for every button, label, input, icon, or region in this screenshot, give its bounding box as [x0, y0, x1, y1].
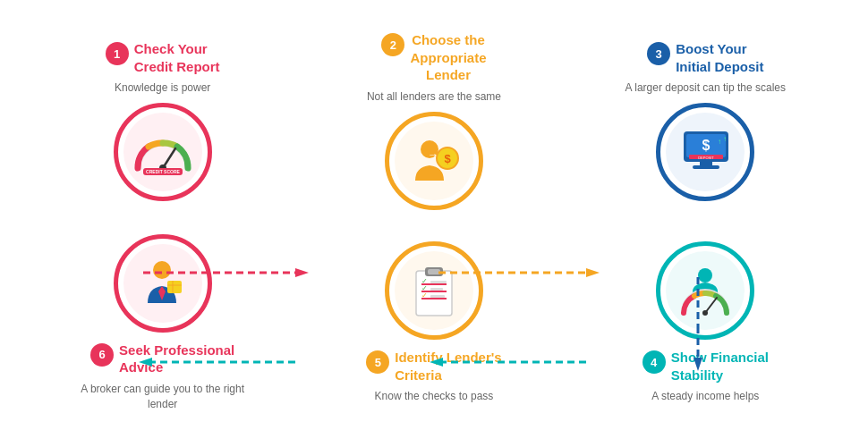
advice-icon: [133, 254, 191, 312]
step-3-block: 3 Boost YourInitial Deposit A larger dep…: [616, 40, 795, 201]
step-1-block: 1 Check YourCredit Report Knowledge is p…: [73, 40, 252, 201]
step-6-icon-bg: [123, 244, 202, 323]
bottom-row: 6 Seek ProfessionalAdvice A broker can g…: [27, 224, 841, 429]
step-6-header: 6 Seek ProfessionalAdvice: [73, 342, 252, 376]
step-5-number: 5: [366, 350, 389, 374]
svg-rect-32: [430, 288, 443, 291]
step-1-subtitle: Knowledge is power: [115, 80, 210, 96]
step-5-circle: ✓ ✓ ✓: [385, 241, 483, 340]
step-4-block: 4 Show FinancialStability A steady incom…: [616, 241, 795, 411]
step-3-icon-bg: $ DEPOSIT ↑ ↑: [666, 113, 745, 191]
svg-text:DEPOSIT: DEPOSIT: [698, 155, 714, 159]
svg-rect-19: [167, 281, 182, 293]
step-1-circle: CREDIT SCORE: [114, 103, 212, 201]
step-1-number: 1: [106, 42, 129, 65]
step-3-number: 3: [647, 42, 670, 65]
step-6-title: Seek ProfessionalAdvice: [119, 342, 234, 376]
step-2-circle: $ →: [385, 112, 483, 210]
svg-rect-33: [430, 295, 445, 298]
credit-score-icon: CREDIT SCORE: [131, 127, 195, 177]
step-4-title: Show FinancialStability: [671, 349, 769, 384]
step-4-header: 4 Show FinancialStability: [616, 349, 795, 384]
svg-text:↑: ↑: [718, 138, 721, 146]
svg-text:→: →: [428, 148, 438, 161]
step-2-icon-bg: $ →: [395, 122, 473, 200]
top-row: 1 Check YourCredit Report Knowledge is p…: [27, 18, 841, 224]
step-5-icon-bg: ✓ ✓ ✓: [395, 251, 473, 330]
step-6-subtitle: A broker can guide you to the right lend…: [73, 382, 252, 412]
diagram: 1 Check YourCredit Report Knowledge is p…: [0, 0, 868, 447]
step-3-subtitle: A larger deposit can tip the scales: [625, 80, 786, 96]
criteria-icon: ✓ ✓ ✓: [409, 262, 458, 320]
svg-rect-14: [693, 165, 719, 169]
deposit-icon: $ DEPOSIT ↑ ↑: [677, 126, 735, 178]
svg-text:$: $: [445, 152, 452, 165]
svg-line-35: [705, 298, 717, 313]
step-4-circle: [656, 241, 754, 340]
step-5-subtitle: Know the checks to pass: [375, 389, 494, 404]
step-3-circle: $ DEPOSIT ↑ ↑: [656, 103, 754, 201]
svg-point-17: [153, 261, 171, 279]
svg-point-34: [698, 268, 712, 283]
svg-rect-31: [430, 281, 447, 283]
svg-text:↑: ↑: [723, 135, 727, 143]
step-4-icon-bg: [666, 251, 745, 330]
step-1-header: 1 Check YourCredit Report: [73, 40, 252, 75]
step-2-block: 2 Choose theAppropriateLender Not all le…: [345, 31, 523, 209]
step-4-subtitle: A steady income helps: [651, 389, 759, 404]
step-1-title: Check YourCredit Report: [134, 40, 220, 75]
step-2-number: 2: [381, 33, 404, 56]
step-3-title: Boost YourInitial Deposit: [676, 40, 763, 75]
svg-rect-24: [428, 269, 440, 274]
step-2-header: 2 Choose theAppropriateLender: [345, 31, 523, 84]
svg-point-36: [702, 310, 708, 316]
step-3-header: 3 Boost YourInitial Deposit: [616, 40, 795, 75]
step-6-number: 6: [90, 343, 114, 367]
step-2-subtitle: Not all lenders are the same: [367, 89, 501, 105]
step-6-circle: [114, 234, 212, 333]
lender-icon: $ →: [404, 131, 463, 190]
step-5-title: Identify Lender'sCriteria: [395, 349, 501, 384]
step-1-icon-bg: CREDIT SCORE: [123, 113, 202, 191]
svg-text:✓: ✓: [421, 291, 428, 299]
step-5-header: 5 Identify Lender'sCriteria: [345, 349, 523, 384]
step-4-number: 4: [642, 350, 666, 374]
svg-text:CREDIT SCORE: CREDIT SCORE: [146, 169, 180, 174]
step-6-block: 6 Seek ProfessionalAdvice A broker can g…: [73, 234, 252, 419]
svg-text:$: $: [702, 138, 710, 153]
stability-icon: [675, 265, 736, 316]
step-5-block: ✓ ✓ ✓ 5 Identify Lender'sCriteria Know t…: [345, 241, 523, 411]
step-2-title: Choose theAppropriateLender: [410, 31, 486, 84]
